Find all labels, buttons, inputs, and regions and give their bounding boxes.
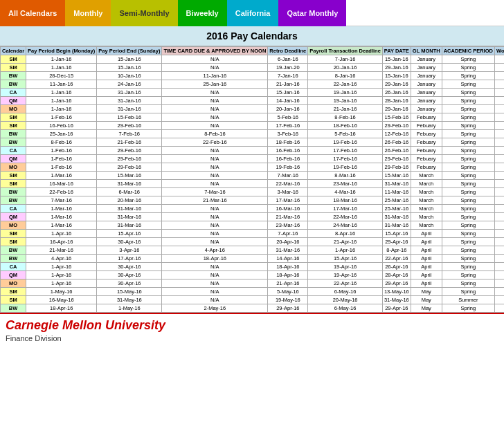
table-cell: Spring [442,279,494,288]
col-header-paydate: PAY DATE [382,47,411,55]
col-header-begin: Pay Period Begin (Monday) [26,47,97,55]
table-cell: Summer [442,296,494,304]
top-nav: All Calendars Monthly Semi-Monthly Biwee… [0,0,504,26]
table-cell: January [411,80,442,89]
table-cell: 8-Feb-16 [308,113,383,122]
table-cell: 11 [494,113,504,122]
table-cell: 1-Mar-16 [26,205,97,213]
table-cell: 21 [494,279,504,288]
table-cell: 23 [494,205,504,213]
table-cell: N/A [162,238,268,246]
table-cell: SM [1,238,26,246]
table-cell: 21-Mar-16 [162,196,268,205]
table-cell: 23-Mar-16 [308,180,383,188]
table-row: MO1-Jan-1631-Jan-16N/A20-Jan-1621-Jan-16… [1,105,505,113]
table-cell: 16-Apr-16 [26,238,97,246]
table-cell: April [411,238,442,246]
col-header-payroll: Payroll Transaction Deadline [308,47,383,55]
table-cell: 29-Feb-16 [382,122,411,130]
table-cell: 1-May-16 [97,304,162,313]
table-cell: N/A [162,105,268,113]
table-cell: 26-Feb-16 [382,147,411,155]
table-cell: 30-Apr-16 [97,263,162,271]
table-cell: 19-Jan-16 [308,89,383,97]
table-cell: January [411,89,442,97]
table-cell: 29-Feb-16 [382,163,411,172]
table-row: BW25-Jan-167-Feb-168-Feb-163-Feb-165-Feb… [1,130,505,138]
table-cell: SM [1,288,26,296]
table-cell: Febuary [411,147,442,155]
table-cell: 31-Mar-16 [97,180,162,188]
table-cell: N/A [162,279,268,288]
table-cell: Spring [442,89,494,97]
table-cell: 8-Apr-16 [308,230,383,238]
table-row: BW18-Apr-161-May-162-May-1629-Apr-166-Ma… [1,304,505,313]
page-title: 2016 Pay Calendars [0,26,504,46]
table-cell: 21-Jan-16 [308,105,383,113]
table-row: QM1-Apr-1630-Apr-16N/A18-Apr-1619-Apr-16… [1,271,505,279]
table-cell: 19-Feb-16 [308,163,383,172]
table-cell: 21 [494,155,504,163]
table-row: SM1-Jan-1615-Jan-16N/A6-Jan-167-Jan-1615… [1,55,505,64]
table-cell: 6-Jan-16 [268,55,308,64]
table-cell: 21 [494,89,504,97]
table-cell: Spring [442,172,494,180]
table-cell: 1-Jan-16 [26,55,97,64]
table-row: CA1-Mar-1631-Mar-16N/A16-Mar-1617-Mar-16… [1,205,505,213]
table-cell: 31-Mar-16 [268,246,308,255]
table-cell: 19-Jan-20 [268,64,308,72]
table-cell: Febuary [411,122,442,130]
table-row: SM1-Mar-1615-Mar-16N/A7-Mar-168-Mar-1615… [1,172,505,180]
nav-btn-monthly[interactable]: Monthly [65,0,111,26]
table-cell: Febuary [411,138,442,147]
table-cell: 7-Apr-16 [268,230,308,238]
table-cell: March [411,172,442,180]
nav-btn-biweekly[interactable]: Biweekly [178,0,227,26]
table-cell: 7-Jan-16 [268,72,308,80]
table-cell: 17-Feb-16 [308,155,383,163]
table-cell: 3-Apr-16 [97,246,162,255]
table-cell: N/A [162,230,268,238]
table-cell: 18-Apr-16 [26,304,97,313]
nav-btn-all[interactable]: All Calendars [0,0,65,26]
table-cell: 30-Apr-16 [97,279,162,288]
table-cell: 18-Feb-16 [268,138,308,147]
table-cell: 29-Apr-16 [268,304,308,313]
table-cell: Spring [442,64,494,72]
table-cell: 10 [494,255,504,263]
table-cell: 1-Jan-16 [26,105,97,113]
table-cell: SM [1,180,26,188]
table-cell: 11 [494,172,504,180]
table-cell: 26-Feb-16 [382,138,411,147]
table-cell: BW [1,138,26,147]
nav-btn-semi[interactable]: Semi-Monthly [111,0,177,26]
table-cell: 22-Mar-16 [268,180,308,188]
table-cell: 29-Feb-16 [382,155,411,163]
table-cell: 1-Mar-16 [26,172,97,180]
table-cell: BW [1,255,26,263]
table-cell: 29-Jan-16 [382,105,411,113]
table-cell: 5-May-16 [268,288,308,296]
table-cell: 21-Feb-16 [97,138,162,147]
table-cell: 10 [494,288,504,296]
table-cell: 25-Jan-16 [162,80,268,89]
table-cell: Spring [442,221,494,230]
table-cell: 10 [494,304,504,313]
col-header-retro: Retro Deadline [268,47,308,55]
table-cell: 21 [494,105,504,113]
table-cell: Spring [442,196,494,205]
table-cell: 10 [494,238,504,246]
table-cell: January [411,97,442,105]
university-name: Carnegie Mellon University [6,318,498,333]
table-cell: 10 [494,196,504,205]
table-cell: N/A [162,172,268,180]
nav-btn-california[interactable]: California [227,0,279,26]
table-cell: 1-Mar-16 [26,221,97,230]
table-cell: 10 [494,72,504,80]
nav-btn-qatar[interactable]: Qatar Monthly [278,0,346,26]
table-cell: 14-Apr-16 [268,255,308,263]
table-cell: 19-May-16 [268,296,308,304]
table-cell: 1-Apr-16 [26,271,97,279]
table-cell: N/A [162,122,268,130]
table-cell: 15-Apr-16 [382,230,411,238]
